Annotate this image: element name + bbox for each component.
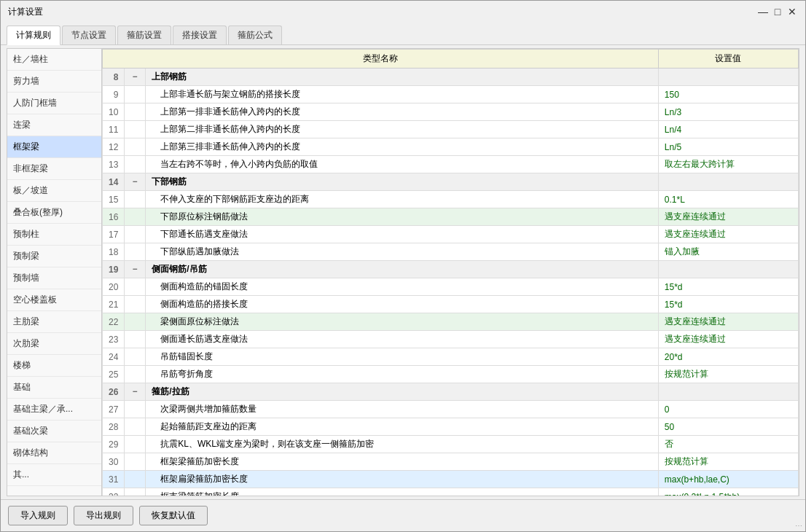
sidebar-item-frame-beam[interactable]: 框架梁 [7, 136, 101, 158]
table-row[interactable]: 21侧面构造筋的搭接长度15*d [103, 296, 799, 313]
row-setting-value[interactable] [658, 261, 798, 278]
sidebar-item-non-frame-beam[interactable]: 非框架梁 [7, 158, 101, 180]
sidebar-item-masonry[interactable]: 砌体结构 [7, 442, 101, 464]
minimize-button[interactable]: — [757, 6, 769, 17]
row-collapse-icon[interactable]: － [125, 261, 146, 278]
table-row[interactable]: 27次梁两侧共增加箍筋数量0 [103, 401, 799, 418]
row-setting-value[interactable]: 遇支座连续通过 [658, 313, 798, 331]
row-number: 8 [103, 69, 125, 86]
sidebar-item-main-rib-beam[interactable]: 主肋梁 [7, 311, 101, 333]
sidebar-item-precast-wall[interactable]: 预制墙 [7, 267, 101, 289]
table-row[interactable]: 10上部第一排非通长筋伸入跨内的长度Ln/3 [103, 103, 799, 121]
table-row[interactable]: 19－侧面钢筋/吊筋 [103, 261, 799, 278]
tab-stirrup-formula[interactable]: 箍筋公式 [228, 26, 282, 44]
row-collapse-icon [125, 138, 146, 156]
sidebar-item-precast-beam[interactable]: 预制梁 [7, 246, 101, 267]
row-number: 9 [103, 86, 125, 103]
table-row[interactable]: 9上部非通长筋与架立钢筋的搭接长度150 [103, 86, 799, 103]
table-row[interactable]: 28起始箍筋距支座边的距离50 [103, 418, 799, 436]
tab-splice-settings[interactable]: 搭接设置 [173, 26, 227, 44]
row-setting-value[interactable]: Ln/4 [658, 121, 798, 138]
row-setting-value[interactable]: max(b+hb,lae,C) [658, 471, 798, 488]
sidebar-item-stair[interactable]: 楼梯 [7, 355, 101, 377]
table-row[interactable]: 26－箍筋/拉筋 [103, 383, 799, 401]
sidebar-item-foundation[interactable]: 基础 [7, 377, 101, 399]
row-setting-value[interactable]: 15*d [658, 296, 798, 313]
sidebar-item-foundation-main-beam[interactable]: 基础主梁／承... [7, 399, 101, 420]
table-row[interactable]: 13当左右跨不等时，伸入小跨内负筋的取值取左右最大跨计算 [103, 156, 799, 173]
table-row[interactable]: 32框支梁箍筋加密长度max(0.2*Ln,1.5*hb) [103, 488, 799, 496]
row-setting-value[interactable] [658, 173, 798, 191]
sidebar-item-airdoor-wall[interactable]: 人防门框墙 [7, 93, 101, 114]
sidebar-item-slab-ramp[interactable]: 板／坡道 [7, 180, 101, 202]
table-row[interactable]: 31框架扁梁箍筋加密长度max(b+hb,lae,C) [103, 471, 799, 488]
row-setting-value[interactable]: max(0.2*Ln,1.5*hb) [658, 488, 798, 496]
row-setting-value[interactable] [658, 69, 798, 86]
sidebar-item-col-wall[interactable]: 柱／墙柱 [7, 49, 101, 71]
row-setting-name: 上部第一排非通长筋伸入跨内的长度 [146, 103, 658, 121]
row-collapse-icon[interactable]: － [125, 383, 146, 401]
sidebar-item-foundation-sec-beam[interactable]: 基础次梁 [7, 420, 101, 442]
row-number: 24 [103, 348, 125, 366]
row-number: 13 [103, 156, 125, 173]
row-collapse-icon[interactable]: － [125, 173, 146, 191]
sidebar: 柱／墙柱 剪力墙 人防门框墙 连梁 框架梁 非框架梁 板／坡道 叠合板(整厚) … [7, 49, 102, 496]
row-setting-value[interactable]: 15*d [658, 278, 798, 296]
sidebar-item-sec-rib-beam[interactable]: 次肋梁 [7, 333, 101, 355]
maximize-button[interactable]: □ [772, 6, 783, 17]
table-row[interactable]: 12上部第三排非通长筋伸入跨内的长度Ln/5 [103, 138, 799, 156]
table-row[interactable]: 22梁侧面原位标注做法遇支座连续通过 [103, 313, 799, 331]
row-setting-value[interactable]: Ln/3 [658, 103, 798, 121]
table-row[interactable]: 24吊筋锚固长度20*d [103, 348, 799, 366]
table-row[interactable]: 16下部原位标注钢筋做法遇支座连续通过 [103, 208, 799, 226]
row-setting-value[interactable]: 0 [658, 401, 798, 418]
sidebar-item-shear-wall[interactable]: 剪力墙 [7, 71, 101, 93]
row-setting-value[interactable]: Ln/5 [658, 138, 798, 156]
table-row[interactable]: 20侧面构造筋的锚固长度15*d [103, 278, 799, 296]
sidebar-item-hollow-slab[interactable]: 空心楼盖板 [7, 289, 101, 311]
row-setting-value[interactable]: 锚入加腋 [658, 243, 798, 261]
close-button[interactable]: ✕ [786, 6, 798, 17]
table-row[interactable]: 23侧面通长筋遇支座做法遇支座连续通过 [103, 331, 799, 348]
row-setting-value[interactable]: 按规范计算 [658, 453, 798, 471]
tab-calc-rules[interactable]: 计算规则 [7, 26, 60, 45]
table-row[interactable]: 11上部第二排非通长筋伸入跨内的长度Ln/4 [103, 121, 799, 138]
row-collapse-icon[interactable]: － [125, 69, 146, 86]
row-setting-value[interactable]: 50 [658, 418, 798, 436]
main-window: 计算设置 — □ ✕ 计算规则 节点设置 箍筋设置 搭接设置 箍筋公式 柱／墙柱… [0, 0, 806, 532]
row-setting-value[interactable]: 0.1*L [658, 191, 798, 208]
sidebar-item-other[interactable]: 其... [7, 464, 101, 486]
row-setting-name: 不伸入支座的下部钢筋距支座边的距离 [146, 191, 658, 208]
row-setting-value[interactable]: 取左右最大跨计算 [658, 156, 798, 173]
row-number: 23 [103, 331, 125, 348]
table-row[interactable]: 8－上部钢筋 [103, 69, 799, 86]
table-row[interactable]: 15不伸入支座的下部钢筋距支座边的距离0.1*L [103, 191, 799, 208]
row-setting-value[interactable] [658, 383, 798, 401]
row-setting-value[interactable]: 遇支座连续通过 [658, 331, 798, 348]
table-row[interactable]: 18下部纵筋遇加腋做法锚入加腋 [103, 243, 799, 261]
tab-stirrup-settings[interactable]: 箍筋设置 [117, 26, 171, 44]
resize-handle[interactable]: ⋯ [795, 522, 802, 530]
table-row[interactable]: 14－下部钢筋 [103, 173, 799, 191]
tab-node-settings[interactable]: 节点设置 [62, 26, 116, 44]
row-number: 16 [103, 208, 125, 226]
row-setting-value[interactable]: 按规范计算 [658, 366, 798, 383]
table-row[interactable]: 25吊筋弯折角度按规范计算 [103, 366, 799, 383]
sidebar-item-link-beam[interactable]: 连梁 [7, 114, 101, 136]
table-row[interactable]: 30框架梁箍筋加密长度按规范计算 [103, 453, 799, 471]
row-setting-value[interactable]: 20*d [658, 348, 798, 366]
row-number: 14 [103, 173, 125, 191]
row-setting-value[interactable]: 否 [658, 436, 798, 453]
import-rules-button[interactable]: 导入规则 [8, 506, 68, 525]
restore-defaults-button[interactable]: 恢复默认值 [139, 506, 208, 525]
sidebar-item-precast-col[interactable]: 预制柱 [7, 224, 101, 246]
table-row[interactable]: 29抗震KL、WKL端支座为梁时，则在该支座一侧箍筋加密否 [103, 436, 799, 453]
table-row[interactable]: 17下部通长筋遇支座做法遇支座连续通过 [103, 226, 799, 243]
settings-table: 类型名称 设置值 8－上部钢筋9上部非通长筋与架立钢筋的搭接长度15010上部第… [102, 49, 799, 496]
row-setting-value[interactable]: 遇支座连续通过 [658, 226, 798, 243]
export-rules-button[interactable]: 导出规则 [74, 506, 133, 525]
sidebar-item-composite-slab[interactable]: 叠合板(整厚) [7, 202, 101, 224]
row-setting-value[interactable]: 遇支座连续通过 [658, 208, 798, 226]
row-setting-value[interactable]: 150 [658, 86, 798, 103]
table-container[interactable]: 类型名称 设置值 8－上部钢筋9上部非通长筋与架立钢筋的搭接长度15010上部第… [102, 49, 799, 496]
